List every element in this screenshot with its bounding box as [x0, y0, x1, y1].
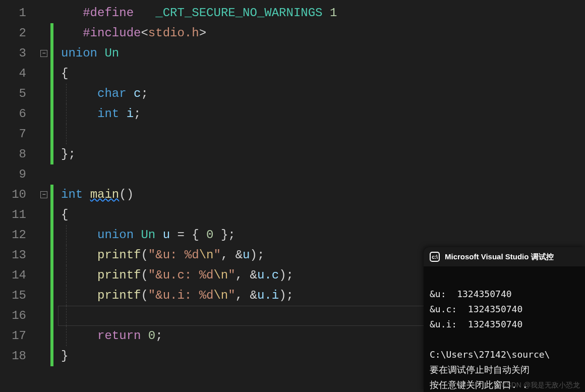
identifier: u.c [257, 268, 279, 282]
line-number: 3 [0, 43, 26, 64]
brace-semi: }; [213, 228, 235, 242]
string-literal: "&u.c: %d [148, 268, 214, 282]
line-number: 2 [0, 23, 26, 43]
escape-seq: \n [213, 289, 228, 302]
comma-amp: , & [221, 248, 243, 262]
paren: () [119, 188, 134, 201]
debug-console-window[interactable]: c:\ Microsoft Visual Studio 调试控 &u: 1324… [424, 247, 585, 392]
header-name: stdio.h [148, 26, 199, 40]
code-line[interactable]: #define _CRT_SECURE_NO_WARNINGS 1 [61, 3, 585, 23]
line-number: 8 [0, 144, 26, 164]
semicolon: ; [134, 107, 141, 121]
string-literal: " [213, 248, 220, 262]
line-number: 17 [0, 326, 26, 346]
keyword-int: int [97, 107, 119, 121]
type-name: Un [104, 46, 119, 60]
line-number: 9 [0, 164, 26, 185]
comma-amp: , & [236, 289, 257, 302]
change-indicator-bar: − − [35, 0, 58, 392]
number-literal: 0 [206, 228, 213, 242]
code-line[interactable]: { [61, 205, 585, 225]
angle-close: > [199, 26, 206, 40]
line-number: 6 [0, 104, 26, 124]
function-printf: printf [97, 289, 141, 302]
output-line: 要在调试停止时自动关闭 [430, 364, 530, 375]
output-line: &u.i: 1324350740 [430, 319, 522, 329]
macro-name: _CRT_SECURE_NO_WARNINGS [155, 6, 322, 20]
output-line: C:\Users\27142\source\ [430, 349, 550, 360]
code-line[interactable]: union Un [61, 43, 585, 64]
angle-open: < [141, 26, 148, 40]
keyword-union: union [97, 228, 134, 242]
line-number: 11 [0, 205, 26, 225]
function-printf: printf [97, 268, 141, 282]
line-number-gutter: 1 2 3 4 5 6 7 8 9 10 11 12 13 14 15 16 1… [0, 0, 35, 392]
identifier: u [243, 248, 250, 262]
brace-open: { [61, 208, 68, 221]
type-name: Un [141, 228, 155, 242]
fold-toggle-icon[interactable]: − [40, 50, 47, 57]
string-literal: "&u: %d [148, 248, 199, 262]
paren-open: ( [141, 268, 148, 282]
code-line[interactable]: int main() [61, 185, 585, 205]
brace-close: }; [61, 147, 76, 161]
code-line[interactable]: union Un u = { 0 }; [61, 225, 585, 245]
watermark-text: CSDN @我是无敌小恐龙 [501, 381, 580, 390]
number-literal: 0 [148, 329, 155, 343]
paren-open: ( [141, 289, 148, 302]
identifier: i [127, 107, 134, 121]
code-line[interactable]: #include<stdio.h> [61, 23, 585, 43]
brace-close: } [61, 349, 68, 363]
paren-close: ); [250, 248, 265, 262]
keyword-char: char [97, 87, 127, 100]
line-number: 16 [0, 306, 26, 326]
keyword-union: union [61, 46, 97, 60]
debug-console-title: Microsoft Visual Studio 调试控 [445, 252, 554, 262]
line-number: 12 [0, 225, 26, 245]
string-literal: " [228, 289, 235, 302]
line-number: 4 [0, 64, 26, 84]
code-line[interactable] [61, 164, 585, 185]
identifier: u [163, 228, 170, 242]
debug-console-titlebar[interactable]: c:\ Microsoft Visual Studio 调试控 [424, 247, 585, 266]
line-number: 14 [0, 265, 26, 286]
paren-open: ( [141, 248, 148, 262]
identifier: u.i [257, 289, 279, 302]
eq-brace: = { [170, 228, 199, 242]
semicolon: ; [141, 87, 148, 100]
output-line: &u.c: 1324350740 [430, 304, 522, 314]
semicolon: ; [155, 329, 162, 343]
preproc-define: #define [83, 6, 134, 20]
code-line[interactable]: char c; [61, 84, 585, 104]
string-literal: " [228, 268, 235, 282]
identifier: c [134, 87, 141, 100]
debug-console-output[interactable]: &u: 1324350740 &u.c: 1324350740 &u.i: 13… [424, 266, 585, 392]
function-printf: printf [97, 248, 141, 262]
number-literal: 1 [330, 6, 337, 20]
line-number: 7 [0, 124, 26, 144]
line-number: 1 [0, 3, 26, 23]
line-number: 18 [0, 346, 26, 366]
comma-amp: , & [236, 268, 257, 282]
code-line[interactable]: }; [61, 144, 585, 164]
code-line[interactable]: int i; [61, 104, 585, 124]
line-number: 5 [0, 84, 26, 104]
paren-close: ); [279, 289, 294, 302]
code-line[interactable]: { [61, 64, 585, 84]
output-line: &u: 1324350740 [430, 289, 512, 299]
code-line[interactable] [61, 124, 585, 144]
paren-close: ); [279, 268, 294, 282]
preproc-include: #include [83, 26, 141, 40]
line-number: 13 [0, 245, 26, 265]
function-main: main [90, 188, 120, 201]
fold-toggle-icon[interactable]: − [40, 191, 47, 198]
escape-seq: \n [213, 268, 228, 282]
terminal-icon: c:\ [430, 252, 440, 262]
escape-seq: \n [199, 248, 214, 262]
spacer [134, 6, 148, 20]
keyword-return: return [97, 329, 141, 343]
line-number: 15 [0, 286, 26, 306]
string-literal: "&u.i: %d [148, 289, 214, 302]
line-number: 10 [0, 185, 26, 205]
brace-open: { [61, 67, 68, 80]
